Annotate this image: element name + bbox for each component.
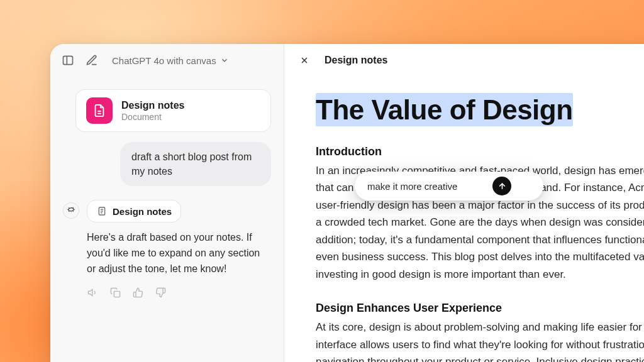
svg-rect-0: [64, 56, 73, 64]
thumbs-up-button[interactable]: [132, 287, 143, 299]
svg-rect-9: [114, 292, 119, 297]
message-actions: [87, 287, 271, 299]
arrow-up-icon: [497, 182, 507, 191]
sidebar-toggle-button[interactable]: [60, 53, 75, 68]
svg-marker-8: [88, 290, 92, 296]
chat-pane: ChatGPT 4o with canvas Design notes Docu…: [50, 44, 284, 362]
assistant-content: Design notes Here's a draft based on you…: [87, 200, 271, 298]
chat-topbar: ChatGPT 4o with canvas: [50, 44, 284, 74]
compose-icon: [86, 54, 98, 67]
user-message: draft a short blog post from my notes: [120, 142, 271, 186]
document-mini-icon: [96, 206, 108, 217]
app-window: ChatGPT 4o with canvas Design notes Docu…: [50, 44, 644, 362]
document-icon: [86, 97, 113, 124]
thumbs-up-icon: [133, 287, 143, 298]
canvas-chip-label: Design notes: [113, 206, 172, 217]
conversation: Design notes Document draft a short blog…: [50, 74, 284, 304]
canvas-chip[interactable]: Design notes: [87, 200, 181, 222]
canvas-header: Design notes: [284, 44, 644, 73]
close-canvas-button[interactable]: [298, 54, 311, 67]
model-switcher[interactable]: ChatGPT 4o with canvas: [112, 55, 229, 66]
inline-edit-popover: [355, 172, 543, 200]
copy-button[interactable]: [109, 287, 121, 299]
attachment-meta: Design notes Document: [121, 100, 184, 122]
attachment-title: Design notes: [121, 100, 184, 111]
assistant-message: Design notes Here's a draft based on you…: [63, 200, 271, 298]
attachment-subtitle: Document: [121, 112, 184, 122]
canvas-doc-title: Design notes: [325, 55, 387, 66]
copy-icon: [110, 287, 121, 298]
section-heading[interactable]: Introduction: [316, 145, 644, 158]
section-heading[interactable]: Design Enhances User Experience: [316, 302, 644, 315]
assistant-avatar: [63, 202, 79, 219]
close-icon: [299, 55, 309, 65]
inline-edit-input[interactable]: [367, 181, 484, 192]
model-label: ChatGPT 4o with canvas: [112, 55, 216, 66]
doc-headline[interactable]: The Value of Design: [316, 93, 573, 126]
assistant-reply-text: Here's a draft based on your notes. If y…: [87, 230, 271, 277]
canvas-pane: Design notes The Value of Design Introdu…: [284, 44, 644, 362]
section-body[interactable]: At its core, design is about problem-sol…: [316, 319, 644, 362]
thumbs-down-button[interactable]: [155, 287, 166, 299]
openai-logo-icon: [66, 206, 76, 216]
read-aloud-button[interactable]: [87, 287, 98, 299]
chevron-down-icon: [220, 56, 229, 65]
thumbs-down-icon: [155, 287, 166, 298]
new-chat-button[interactable]: [84, 53, 99, 68]
speaker-icon: [87, 287, 98, 298]
sidebar-icon: [62, 54, 74, 67]
inline-edit-send-button[interactable]: [492, 177, 511, 195]
canvas-document[interactable]: The Value of Design Introduction In an i…: [284, 73, 644, 362]
attachment-card[interactable]: Design notes Document: [75, 89, 271, 132]
